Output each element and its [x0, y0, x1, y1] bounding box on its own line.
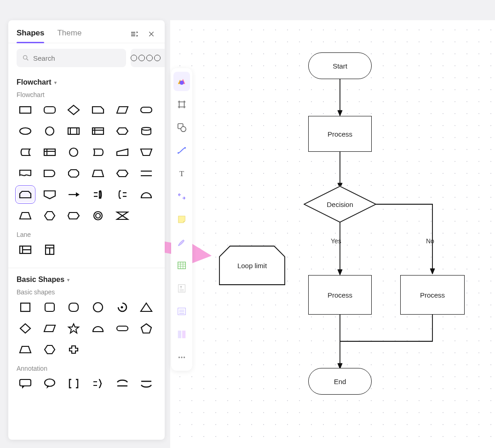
shape-cross[interactable] — [65, 342, 82, 357]
shape-parallel-mode[interactable] — [138, 166, 155, 181]
shape-display-2[interactable] — [65, 208, 82, 224]
node-decision[interactable]: Decision — [304, 186, 376, 223]
shape-brace-top[interactable] — [114, 376, 131, 391]
shape-trapezoid-down[interactable] — [138, 144, 155, 160]
node-process-1[interactable]: Process — [308, 116, 372, 152]
shape-internal-storage-2[interactable] — [41, 144, 58, 160]
node-loop-limit[interactable]: Loop limit — [219, 246, 285, 285]
canvas[interactable]: Start Process Decision Yes No Process Pr… — [170, 20, 495, 448]
shape-card[interactable] — [89, 102, 107, 118]
shape-predefined-process[interactable] — [65, 123, 82, 139]
shape-pill[interactable] — [114, 321, 131, 336]
shape-terminator[interactable] — [138, 102, 155, 118]
shape-delay[interactable] — [41, 166, 58, 181]
svg-rect-80 — [21, 303, 30, 311]
panel-scroll[interactable]: Flowchart ▾ Flowchart — [8, 73, 165, 440]
node-process-yes[interactable]: Process — [308, 275, 372, 315]
shape-diamond[interactable] — [65, 102, 82, 118]
shape-half-circle[interactable] — [138, 187, 155, 202]
search-box[interactable] — [17, 49, 126, 67]
tool-sticky-note[interactable] — [173, 210, 190, 229]
shape-trapezoid-up[interactable] — [17, 208, 34, 224]
shape-loop-limit[interactable] — [17, 187, 34, 202]
tool-text[interactable]: T — [173, 164, 190, 183]
tool-arrange[interactable] — [173, 187, 190, 206]
node-end[interactable]: End — [308, 368, 372, 395]
tool-shapes-library[interactable] — [173, 72, 190, 91]
node-process-no[interactable]: Process — [400, 275, 465, 315]
close-icon[interactable] — [146, 29, 156, 39]
shape-half-circle-2[interactable] — [89, 321, 107, 336]
shape-octagon-small[interactable] — [65, 166, 82, 181]
svg-point-15 — [184, 147, 186, 149]
shape-triangle[interactable] — [138, 299, 155, 315]
tool-frame[interactable] — [173, 95, 190, 114]
shape-hexagon-3[interactable] — [41, 342, 58, 357]
svg-rect-89 — [117, 326, 128, 331]
shape-trapezoid[interactable] — [17, 342, 34, 357]
shape-document[interactable] — [17, 166, 34, 181]
shape-star[interactable] — [65, 321, 82, 336]
svg-rect-31 — [182, 331, 185, 339]
node-start[interactable]: Start — [308, 52, 372, 79]
shape-parallelogram[interactable] — [114, 102, 131, 118]
shape-internal-storage[interactable] — [89, 123, 107, 139]
shape-rounded-square[interactable] — [41, 299, 58, 315]
edge-decision-yes[interactable] — [335, 222, 345, 276]
style-preset-dropdown[interactable]: ⌄ — [131, 49, 165, 67]
tool-shape[interactable] — [173, 118, 190, 137]
shape-manual-operation[interactable] — [89, 166, 107, 181]
node-label: Decision — [327, 201, 353, 208]
shape-database[interactable] — [138, 123, 155, 139]
edge-no-merge[interactable] — [340, 315, 436, 347]
shape-arrow-right[interactable] — [65, 187, 82, 202]
shape-callout-round[interactable] — [41, 376, 58, 391]
tool-more[interactable] — [173, 348, 190, 367]
section-basic-shapes-header[interactable]: Basic Shapes ▾ — [17, 272, 156, 286]
shape-ellipse[interactable] — [17, 123, 34, 139]
tool-text-block[interactable]: T — [173, 279, 190, 298]
shape-hexagon-2[interactable] — [41, 208, 58, 224]
shape-arc[interactable] — [114, 299, 131, 315]
tool-pen[interactable] — [173, 233, 190, 252]
shape-rounded-square-2[interactable] — [65, 299, 82, 315]
shape-preparation[interactable] — [114, 166, 131, 181]
edge-start-process[interactable] — [335, 79, 345, 117]
shape-annotation-right[interactable] — [89, 187, 107, 202]
shape-tape[interactable] — [89, 208, 107, 224]
shape-circle-2[interactable] — [89, 299, 107, 315]
shape-lane-vertical[interactable] — [41, 242, 58, 258]
shape-bracket-curly-right[interactable] — [89, 376, 107, 391]
svg-marker-64 — [76, 192, 80, 197]
shape-hexagon[interactable] — [114, 123, 131, 139]
tool-template[interactable] — [173, 325, 190, 344]
tool-connector[interactable] — [173, 141, 190, 160]
reorder-icon[interactable] — [129, 29, 139, 39]
shape-bracket-square[interactable] — [65, 376, 82, 391]
shape-rounded-rectangle[interactable] — [41, 102, 58, 118]
tab-shapes[interactable]: Shapes — [17, 25, 44, 43]
shape-pentagon[interactable] — [138, 321, 155, 336]
shape-lane-horizontal[interactable] — [17, 242, 34, 258]
shape-rectangle[interactable] — [17, 102, 34, 118]
shape-stored-data[interactable] — [17, 144, 34, 160]
shape-square[interactable] — [17, 299, 34, 315]
shape-collate[interactable] — [114, 208, 131, 224]
shape-direct-data[interactable] — [89, 144, 107, 160]
search-input[interactable] — [33, 54, 121, 62]
shape-circle[interactable] — [41, 123, 58, 139]
edge-process-decision[interactable] — [335, 152, 345, 190]
tab-theme[interactable]: Theme — [57, 25, 81, 43]
edge-label-no: No — [426, 237, 434, 245]
shape-connector-circle[interactable] — [65, 144, 82, 160]
section-flowchart-header[interactable]: Flowchart ▾ — [17, 75, 156, 88]
shape-parallelogram-2[interactable] — [41, 321, 58, 336]
shape-off-page[interactable] — [41, 187, 58, 202]
shape-manual-input[interactable] — [114, 144, 131, 160]
shape-callout-rect[interactable] — [17, 376, 34, 391]
tool-list[interactable] — [173, 302, 190, 321]
shape-brace-bottom[interactable] — [138, 376, 155, 391]
shape-annotation-left[interactable] — [114, 187, 131, 202]
tool-table[interactable] — [173, 256, 190, 275]
shape-diamond-2[interactable] — [17, 321, 34, 336]
